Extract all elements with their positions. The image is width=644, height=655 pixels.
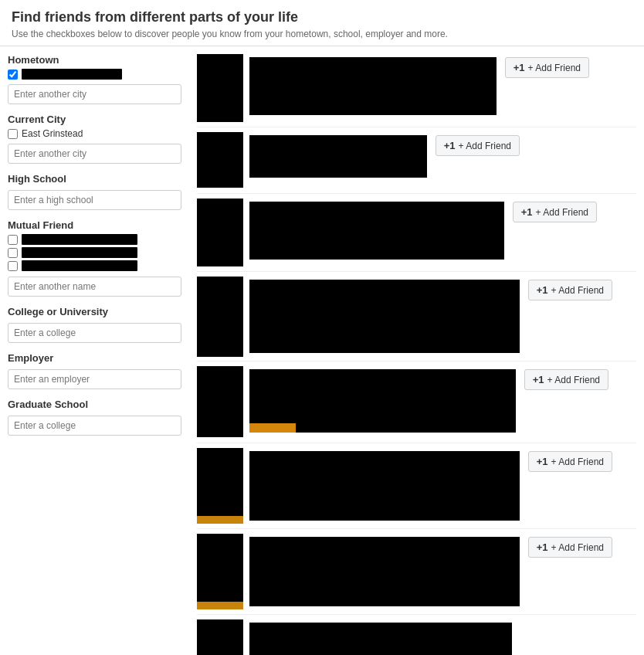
sidebar: Hometown Current City East Grinstead Hig… <box>0 54 189 655</box>
friend-actions-4: +1 + Add Friend <box>520 277 612 356</box>
friend-card-8 <box>197 619 636 655</box>
employer-section: Employer <box>8 352 181 389</box>
friends-list: +1 + Add Friend +1 + Add Friend +1 <box>189 54 644 655</box>
employer-input[interactable] <box>8 369 181 389</box>
friend-actions-1: +1 + Add Friend <box>497 54 589 122</box>
main-layout: Hometown Current City East Grinstead Hig… <box>0 46 644 655</box>
friend-card-4: +1 + Add Friend <box>197 277 636 361</box>
friend-actions-2: +1 + Add Friend <box>427 132 520 188</box>
friend-info-3 <box>249 202 504 260</box>
friend-info-4 <box>249 280 520 353</box>
add-friend-label-2: + Add Friend <box>459 141 511 151</box>
friend-thumb-3 <box>197 199 243 266</box>
add-friend-label-6: + Add Friend <box>551 456 604 467</box>
friend-actions-7: +1 + Add Friend <box>520 534 612 609</box>
high-school-label: High School <box>8 173 181 185</box>
grad-school-label: Graduate School <box>8 399 181 410</box>
add-friend-icon-1: +1 <box>514 62 525 73</box>
grad-school-section: Graduate School <box>8 399 181 436</box>
current-city-value: East Grinstead <box>22 128 83 139</box>
page-title: Find friends from different parts of you… <box>12 9 632 25</box>
grad-school-input[interactable] <box>8 416 181 436</box>
current-city-input[interactable] <box>8 144 181 164</box>
friend-thumb-8 <box>197 619 243 655</box>
mutual-friend-input[interactable] <box>8 277 181 297</box>
hometown-input[interactable] <box>8 84 181 104</box>
friend-info-5 <box>249 369 516 433</box>
hometown-checkbox[interactable] <box>8 70 18 80</box>
mutual-friend-checkbox-2[interactable] <box>8 248 18 258</box>
add-friend-btn-7[interactable]: +1 + Add Friend <box>528 537 612 558</box>
mutual-friend-item-1 <box>8 234 181 245</box>
friend-thumb-4 <box>197 277 243 357</box>
friend-card-1: +1 + Add Friend <box>197 54 636 127</box>
friend-actions-3: +1 + Add Friend <box>504 199 597 266</box>
hometown-checkbox-row <box>8 69 181 80</box>
add-friend-label-4: + Add Friend <box>551 285 604 296</box>
friend-card-6: +1 + Add Friend <box>197 448 636 529</box>
add-friend-icon-6: +1 <box>537 456 548 467</box>
mutual-friend-checkbox-1[interactable] <box>8 235 18 245</box>
add-friend-label-3: + Add Friend <box>536 207 588 218</box>
add-friend-icon-5: +1 <box>533 374 544 385</box>
mutual-friend-item-3 <box>8 260 181 271</box>
friend-thumb-1 <box>197 54 243 122</box>
college-input[interactable] <box>8 323 181 343</box>
friend-thumb-5 <box>197 366 243 437</box>
friend-card-7: +1 + Add Friend <box>197 534 636 615</box>
add-friend-icon-2: +1 <box>444 140 456 151</box>
hometown-label: Hometown <box>8 54 181 66</box>
friend-info-7 <box>249 537 520 606</box>
add-friend-label-5: + Add Friend <box>547 375 600 385</box>
high-school-input[interactable] <box>8 190 181 210</box>
college-section: College or University <box>8 306 181 343</box>
friend-actions-5: +1 + Add Friend <box>516 366 608 438</box>
hometown-value <box>22 69 122 80</box>
current-city-label: Current City <box>8 114 181 125</box>
add-friend-btn-1[interactable]: +1 + Add Friend <box>505 57 589 78</box>
mutual-friend-name-2 <box>22 247 137 258</box>
hometown-section: Hometown <box>8 54 181 104</box>
friend-info-6 <box>249 451 520 521</box>
friend-thumb-7 <box>197 534 243 609</box>
friend-card-3: +1 + Add Friend <box>197 199 636 272</box>
friend-card-5: +1 + Add Friend <box>197 366 636 443</box>
friend-thumb-2 <box>197 132 243 188</box>
mutual-friend-name-3 <box>22 260 137 271</box>
add-friend-icon-7: +1 <box>537 541 548 553</box>
add-friend-btn-5[interactable]: +1 + Add Friend <box>524 369 608 390</box>
employer-label: Employer <box>8 352 181 364</box>
add-friend-icon-3: +1 <box>521 206 533 218</box>
add-friend-btn-3[interactable]: +1 + Add Friend <box>513 202 597 222</box>
friend-actions-8 <box>512 619 605 655</box>
add-friend-label-7: + Add Friend <box>551 542 604 553</box>
college-label: College or University <box>8 306 181 317</box>
add-friend-label-1: + Add Friend <box>528 63 581 73</box>
current-city-checkbox[interactable] <box>8 129 18 139</box>
mutual-friend-checkbox-3[interactable] <box>8 261 18 271</box>
friend-card-2: +1 + Add Friend <box>197 132 636 194</box>
add-friend-icon-4: +1 <box>537 284 548 296</box>
friend-info-8 <box>249 623 512 655</box>
add-friend-btn-2[interactable]: +1 + Add Friend <box>436 135 520 156</box>
add-friend-btn-6[interactable]: +1 + Add Friend <box>528 451 612 472</box>
current-city-section: Current City East Grinstead <box>8 114 181 164</box>
friend-info-1 <box>249 57 497 115</box>
friend-actions-6: +1 + Add Friend <box>520 448 612 524</box>
high-school-section: High School <box>8 173 181 210</box>
friend-info-2 <box>249 135 427 178</box>
mutual-friend-list <box>8 234 181 271</box>
friend-thumb-6 <box>197 448 243 524</box>
add-friend-btn-4[interactable]: +1 + Add Friend <box>528 280 612 300</box>
page-header: Find friends from different parts of you… <box>0 0 644 46</box>
mutual-friend-name-1 <box>22 234 137 245</box>
mutual-friend-item-2 <box>8 247 181 258</box>
page-subtitle: Use the checkboxes below to discover peo… <box>12 29 632 39</box>
current-city-checkbox-row: East Grinstead <box>8 128 181 139</box>
mutual-friend-label: Mutual Friend <box>8 219 181 231</box>
mutual-friend-section: Mutual Friend <box>8 219 181 297</box>
